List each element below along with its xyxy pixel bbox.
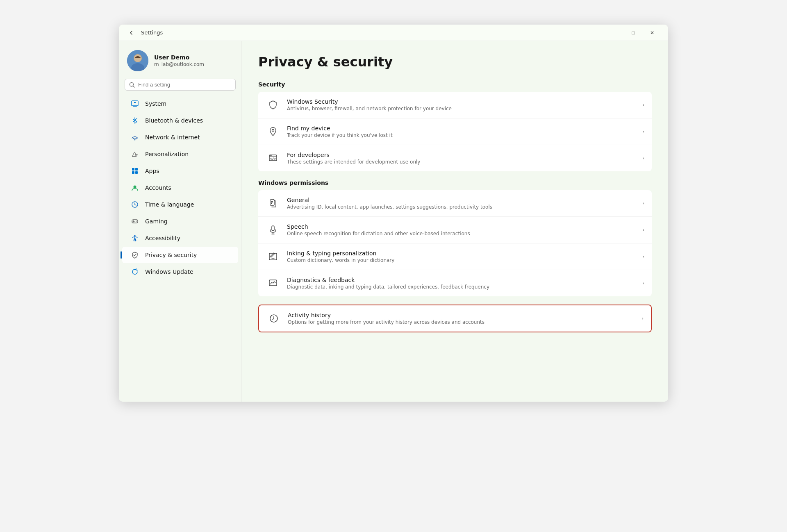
sidebar-item-update[interactable]: Windows Update bbox=[122, 264, 238, 280]
accessibility-icon bbox=[130, 234, 139, 243]
speech-item[interactable]: Speech Online speech recognition for dic… bbox=[258, 217, 652, 243]
sidebar-nav: System Bluetooth & devices bbox=[119, 95, 241, 280]
svg-line-31 bbox=[273, 158, 273, 160]
sidebar-item-personalization-label: Personalization bbox=[145, 151, 189, 157]
for-developers-icon bbox=[266, 151, 280, 166]
general-item[interactable]: General Advertising ID, local content, a… bbox=[258, 190, 652, 217]
activity-history-text: Activity history Options for getting mor… bbox=[288, 312, 635, 325]
time-icon bbox=[130, 200, 139, 209]
activity-history-desc: Options for getting more from your activ… bbox=[288, 319, 635, 325]
sidebar: User Demo m_lab@outlook.com bbox=[119, 41, 242, 402]
for-developers-item[interactable]: For developers These settings are intend… bbox=[258, 145, 652, 171]
inking-desc: Custom dictionary, words in your diction… bbox=[287, 257, 636, 263]
svg-point-26 bbox=[272, 130, 274, 132]
inking-icon bbox=[266, 249, 280, 264]
chevron-icon: › bbox=[642, 200, 644, 206]
windows-security-text: Windows Security Antivirus, browser, fir… bbox=[287, 98, 636, 111]
close-button[interactable]: ✕ bbox=[643, 26, 662, 39]
sidebar-item-bluetooth[interactable]: Bluetooth & devices bbox=[122, 112, 238, 129]
accounts-icon bbox=[130, 183, 139, 192]
bluetooth-icon bbox=[130, 116, 139, 125]
sidebar-item-time[interactable]: Time & language bbox=[122, 196, 238, 213]
svg-rect-7 bbox=[133, 106, 137, 107]
speech-icon bbox=[266, 223, 280, 237]
windows-permissions-title: Windows permissions bbox=[258, 180, 652, 186]
sidebar-item-accessibility[interactable]: Accessibility bbox=[122, 230, 238, 246]
sidebar-item-apps[interactable]: Apps bbox=[122, 163, 238, 179]
diagnostics-title: Diagnostics & feedback bbox=[287, 277, 636, 283]
find-my-device-item[interactable]: Find my device Track your device if you … bbox=[258, 118, 652, 145]
search-input[interactable] bbox=[138, 82, 231, 88]
for-developers-desc: These settings are intended for developm… bbox=[287, 159, 636, 165]
minimize-button[interactable]: — bbox=[605, 26, 624, 39]
security-section-title: Security bbox=[258, 81, 652, 88]
search-box[interactable] bbox=[125, 79, 236, 91]
svg-point-30 bbox=[271, 155, 272, 156]
general-title: General bbox=[287, 197, 636, 203]
window-controls: — □ ✕ bbox=[605, 26, 662, 39]
activity-history-icon bbox=[266, 311, 281, 326]
find-my-device-title: Find my device bbox=[287, 125, 636, 132]
sidebar-item-personalization[interactable]: Personalization bbox=[122, 146, 238, 162]
diagnostics-item[interactable]: Diagnostics & feedback Diagnostic data, … bbox=[258, 270, 652, 296]
avatar bbox=[127, 50, 148, 71]
user-profile: User Demo m_lab@outlook.com bbox=[119, 46, 241, 79]
chevron-icon: › bbox=[642, 129, 644, 134]
chevron-icon: › bbox=[642, 155, 644, 161]
windows-security-title: Windows Security bbox=[287, 98, 636, 105]
general-desc: Advertising ID, local content, app launc… bbox=[287, 204, 636, 210]
svg-rect-35 bbox=[271, 202, 273, 202]
sidebar-item-network-label: Network & internet bbox=[145, 134, 200, 141]
sidebar-item-time-label: Time & language bbox=[145, 201, 194, 208]
svg-line-5 bbox=[133, 86, 135, 87]
search-icon bbox=[129, 82, 135, 88]
chevron-icon: › bbox=[641, 316, 644, 321]
inking-item[interactable]: Inking & typing personalization Custom d… bbox=[258, 243, 652, 270]
security-group: Windows Security Antivirus, browser, fir… bbox=[258, 92, 652, 171]
diagnostics-icon bbox=[266, 276, 280, 291]
personalization-icon bbox=[130, 150, 139, 159]
svg-rect-14 bbox=[132, 171, 134, 174]
sidebar-item-accounts-label: Accounts bbox=[145, 184, 171, 191]
window-title: Settings bbox=[141, 30, 163, 36]
diagnostics-text: Diagnostics & feedback Diagnostic data, … bbox=[287, 277, 636, 290]
svg-line-19 bbox=[135, 205, 136, 205]
find-my-device-icon bbox=[266, 124, 280, 139]
apps-icon bbox=[130, 166, 139, 175]
activity-history-title: Activity history bbox=[288, 312, 635, 318]
chevron-icon: › bbox=[642, 102, 644, 108]
sidebar-item-bluetooth-label: Bluetooth & devices bbox=[145, 117, 203, 124]
activity-history-item[interactable]: Activity history Options for getting mor… bbox=[259, 305, 651, 332]
sidebar-item-gaming[interactable]: Gaming bbox=[122, 213, 238, 230]
sidebar-item-accounts[interactable]: Accounts bbox=[122, 180, 238, 196]
svg-rect-13 bbox=[135, 168, 138, 171]
speech-text: Speech Online speech recognition for dic… bbox=[287, 223, 636, 236]
sidebar-item-accessibility-label: Accessibility bbox=[145, 235, 180, 241]
sidebar-item-update-label: Windows Update bbox=[145, 268, 193, 275]
general-icon bbox=[266, 196, 280, 211]
user-email: m_lab@outlook.com bbox=[154, 61, 204, 67]
sidebar-item-network[interactable]: Network & internet bbox=[122, 129, 238, 146]
svg-rect-33 bbox=[271, 203, 272, 204]
svg-point-24 bbox=[136, 221, 137, 222]
network-icon bbox=[130, 133, 139, 142]
back-button[interactable] bbox=[125, 27, 137, 39]
sidebar-item-privacy[interactable]: Privacy & security bbox=[122, 247, 238, 263]
gaming-icon bbox=[130, 217, 139, 226]
user-name: User Demo bbox=[154, 54, 204, 61]
for-developers-text: For developers These settings are intend… bbox=[287, 152, 636, 165]
maximize-button[interactable]: □ bbox=[624, 26, 643, 39]
sidebar-item-apps-label: Apps bbox=[145, 168, 159, 174]
svg-line-9 bbox=[133, 119, 135, 120]
svg-point-23 bbox=[136, 221, 136, 221]
inking-title: Inking & typing personalization bbox=[287, 250, 636, 257]
user-info: User Demo m_lab@outlook.com bbox=[154, 54, 204, 67]
speech-desc: Online speech recognition for dictation … bbox=[287, 231, 636, 236]
sidebar-item-privacy-label: Privacy & security bbox=[145, 252, 197, 258]
windows-security-item[interactable]: Windows Security Antivirus, browser, fir… bbox=[258, 92, 652, 118]
privacy-icon bbox=[130, 250, 139, 259]
sidebar-item-system[interactable]: System bbox=[122, 95, 238, 112]
svg-line-10 bbox=[133, 120, 135, 122]
svg-rect-15 bbox=[135, 171, 138, 174]
chevron-icon: › bbox=[642, 280, 644, 286]
